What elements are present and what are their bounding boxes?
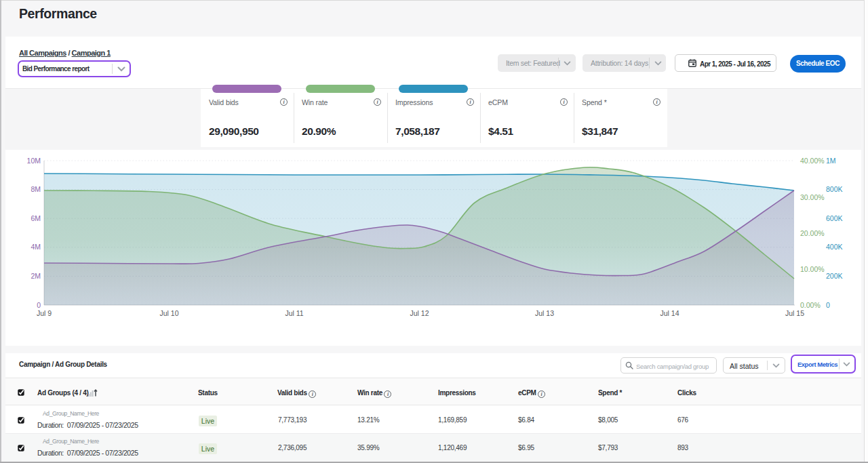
svg-text:Jul 15: Jul 15 <box>785 309 804 317</box>
svg-text:2M: 2M <box>31 272 41 280</box>
svg-text:Jul 12: Jul 12 <box>410 309 429 317</box>
svg-text:600K: 600K <box>826 214 843 222</box>
svg-text:20.00%: 20.00% <box>800 229 825 237</box>
svg-text:400K: 400K <box>826 243 843 251</box>
svg-text:Jul 14: Jul 14 <box>660 309 679 317</box>
svg-text:0.00%: 0.00% <box>800 301 821 309</box>
svg-text:800K: 800K <box>826 185 843 193</box>
svg-text:30.00%: 30.00% <box>800 193 825 201</box>
svg-text:Jul 11: Jul 11 <box>285 309 303 317</box>
svg-text:0: 0 <box>37 301 41 309</box>
svg-text:1M: 1M <box>826 157 836 165</box>
svg-text:10.00%: 10.00% <box>800 265 825 273</box>
svg-text:Jul 13: Jul 13 <box>535 309 554 317</box>
svg-text:10M: 10M <box>27 157 41 165</box>
svg-text:Jul 9: Jul 9 <box>37 309 52 317</box>
svg-text:6M: 6M <box>31 214 41 222</box>
svg-text:200K: 200K <box>826 272 843 280</box>
svg-text:Jul 10: Jul 10 <box>159 309 178 317</box>
svg-text:0: 0 <box>826 301 830 309</box>
svg-text:8M: 8M <box>31 185 41 193</box>
svg-text:4M: 4M <box>31 243 41 251</box>
svg-text:40.00%: 40.00% <box>800 157 825 165</box>
